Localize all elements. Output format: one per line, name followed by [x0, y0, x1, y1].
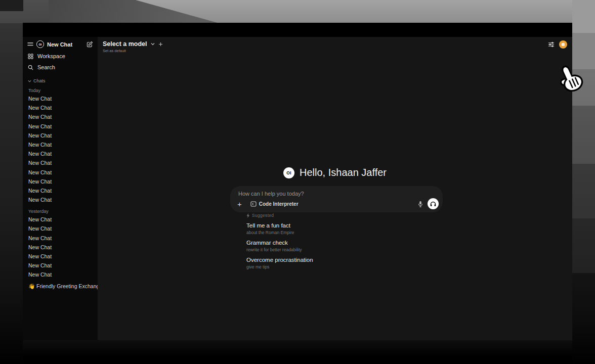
- suggestion-title: Overcome procrastination: [246, 257, 313, 263]
- main-area: Select a model Set as default: [98, 37, 572, 340]
- chats-label: Chats: [33, 78, 46, 83]
- desktop-background-bottom: [23, 340, 572, 364]
- suggestion-item[interactable]: Tell me a fun fact about the Roman Empir…: [246, 222, 313, 235]
- chat-list-item[interactable]: New Chat: [23, 252, 98, 261]
- chat-section: Today New Chat New Chat New Chat New Cha…: [23, 85, 98, 204]
- chat-list-item[interactable]: New Chat: [23, 131, 98, 140]
- chat-list-item[interactable]: New Chat: [23, 261, 98, 270]
- new-chat-pencil-icon[interactable]: [87, 41, 93, 48]
- app-window: OI New Chat: [23, 23, 572, 340]
- suggested-label: Suggested: [252, 213, 274, 218]
- add-model-button[interactable]: [158, 42, 163, 47]
- search-label: Search: [37, 64, 55, 70]
- sidebar-item-search[interactable]: Search: [23, 62, 98, 73]
- suggestion-subtitle: rewrite it for better readability: [246, 247, 313, 252]
- greeting-text: Hello, Ishaan Jaffer: [300, 167, 387, 178]
- headphones-icon: [430, 201, 436, 207]
- chat-list-item[interactable]: New Chat: [23, 270, 98, 279]
- sidebar-toggle-icon[interactable]: [27, 42, 33, 47]
- user-avatar[interactable]: [559, 40, 567, 49]
- suggestion-title: Tell me a fun fact: [246, 222, 313, 229]
- suggested-prompts: Suggested Tell me a fun fact about the R…: [246, 213, 313, 274]
- app-logo-icon: OI: [36, 40, 44, 48]
- greeting: OI Hello, Ishaan Jaffer: [283, 167, 387, 178]
- chat-section-label: Today: [23, 85, 98, 94]
- chat-list-item[interactable]: New Chat: [23, 122, 98, 131]
- suggestion-title: Grammar check: [246, 240, 313, 246]
- search-icon: [28, 65, 33, 70]
- chats-section-toggle[interactable]: Chats: [23, 77, 98, 84]
- chat-list-item[interactable]: New Chat: [23, 177, 98, 186]
- desktop: OI New Chat: [0, 0, 595, 364]
- main-header: Select a model Set as default: [98, 37, 572, 53]
- sidebar-header: OI New Chat: [23, 37, 98, 51]
- set-as-default-link[interactable]: Set as default: [103, 49, 567, 53]
- sidebar: OI New Chat: [23, 37, 98, 340]
- suggestion-list: Tell me a fun fact about the Roman Empir…: [246, 222, 313, 269]
- chat-list-item[interactable]: New Chat: [23, 94, 98, 103]
- chat-list-item[interactable]: New Chat: [23, 234, 98, 243]
- suggestion-item[interactable]: Grammar check rewrite it for better read…: [246, 240, 313, 252]
- model-chevron-down-icon[interactable]: [151, 42, 155, 46]
- bolt-icon: [246, 213, 250, 218]
- sidebar-item-workspace[interactable]: Workspace: [23, 51, 98, 62]
- chat-list-item[interactable]: New Chat: [23, 186, 98, 195]
- chat-section-label: Yesterday: [23, 206, 98, 215]
- model-selector-button[interactable]: Select a model: [103, 40, 147, 48]
- chat-list-item[interactable]: New Chat: [23, 149, 98, 158]
- chat-section-items: New Chat New Chat New Chat New Chat New …: [23, 94, 98, 204]
- chat-section: Yesterday New Chat New Chat New Chat New…: [23, 206, 98, 279]
- chat-input-box[interactable]: How can I help you today? + Code Interpr…: [230, 186, 443, 212]
- controls-sliders-icon[interactable]: [548, 41, 555, 48]
- code-interpreter-toggle[interactable]: Code Interpreter: [250, 201, 299, 207]
- chat-list-item[interactable]: New Chat: [23, 103, 98, 112]
- greeting-logo-icon: OI: [283, 167, 294, 178]
- chat-list-item-greeting-exchange[interactable]: 👋 Friendly Greeting Exchange: [23, 282, 98, 291]
- chat-input-placeholder[interactable]: How can I help you today?: [238, 191, 304, 197]
- workspace-label: Workspace: [37, 53, 65, 59]
- chat-list-item[interactable]: New Chat: [23, 215, 98, 224]
- chat-list-item[interactable]: New Chat: [23, 195, 98, 204]
- desktop-background-right: [572, 0, 595, 364]
- chat-list-item[interactable]: New Chat: [23, 243, 98, 252]
- code-interpreter-label: Code Interpreter: [259, 201, 299, 207]
- desktop-background-left: [0, 23, 23, 364]
- chat-list-item[interactable]: New Chat: [23, 168, 98, 177]
- voice-call-button[interactable]: [428, 198, 439, 209]
- suggestion-subtitle: give me tips: [246, 264, 313, 269]
- chat-sections: Today New Chat New Chat New Chat New Cha…: [23, 85, 98, 280]
- chat-input-toolbar: + Code Interpreter: [236, 198, 439, 209]
- sidebar-new-chat-title[interactable]: New Chat: [47, 41, 83, 48]
- chat-section-items: New Chat New Chat New Chat New Chat New …: [23, 215, 98, 279]
- chat-list-item[interactable]: New Chat: [23, 158, 98, 167]
- code-interpreter-icon: [250, 201, 257, 207]
- suggestion-item[interactable]: Overcome procrastination give me tips: [246, 257, 313, 269]
- suggestion-subtitle: about the Roman Empire: [246, 230, 313, 235]
- chat-list-item[interactable]: New Chat: [23, 224, 98, 233]
- microphone-icon[interactable]: [418, 201, 423, 207]
- attach-plus-button[interactable]: +: [236, 200, 243, 208]
- chat-list-item[interactable]: New Chat: [23, 112, 98, 121]
- avatar-glyph: [562, 43, 565, 46]
- desktop-background-corner: [0, 0, 23, 11]
- workspace-grid-icon: [28, 54, 33, 59]
- window-top-bar: [23, 23, 572, 37]
- chevron-down-icon: [28, 80, 31, 82]
- chat-list-item[interactable]: New Chat: [23, 140, 98, 149]
